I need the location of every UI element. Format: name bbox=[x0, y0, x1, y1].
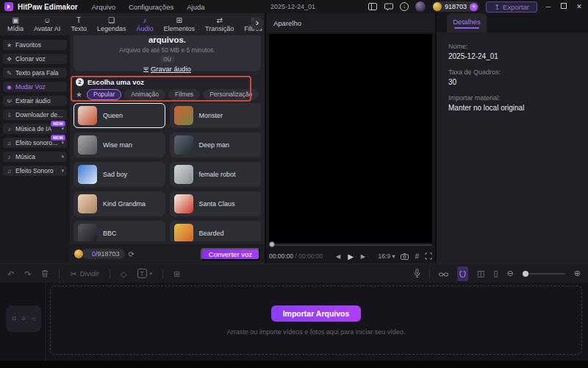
tab-elementos[interactable]: ⊞Elementos bbox=[159, 13, 199, 35]
category-tab-popular[interactable]: Popular bbox=[87, 89, 121, 100]
next-frame-icon[interactable]: ▶ bbox=[361, 253, 365, 260]
refresh-icon[interactable]: ⟳ bbox=[129, 250, 135, 258]
minimize-button[interactable]: ─ bbox=[544, 3, 553, 10]
voice-card-kind-grandma[interactable]: Kind Grandma bbox=[74, 191, 165, 216]
sidebar-item-mudar-voz[interactable]: ◉Mudar Voz bbox=[3, 82, 67, 92]
eye-icon[interactable]: ⊙ bbox=[21, 316, 26, 322]
sidebar-item-extrair-audio[interactable]: ΨExtrair áudio bbox=[3, 96, 67, 106]
user-avatar[interactable] bbox=[415, 1, 426, 12]
export-button[interactable]: ↥ Exportar bbox=[486, 1, 537, 13]
voice-card-monster[interactable]: Monster bbox=[170, 103, 262, 128]
zoom-slider-handle[interactable] bbox=[523, 271, 528, 277]
snapshot-icon[interactable] bbox=[401, 253, 409, 260]
timeline-dropzone[interactable]: Importar Arquivos Arraste ou importe víd… bbox=[50, 286, 582, 355]
sidebar-item-clonar-voz[interactable]: ❖Clonar voz bbox=[3, 54, 67, 64]
convert-voice-button[interactable]: Converter voz bbox=[201, 248, 260, 261]
coin-icon bbox=[74, 250, 83, 258]
maximize-button[interactable] bbox=[559, 3, 568, 10]
voice-grid: Queen Monster Wise man Deep man Sad boy … bbox=[74, 103, 261, 241]
video-viewport[interactable] bbox=[269, 34, 432, 243]
clone-voice-icon: ❖ bbox=[6, 56, 12, 63]
microphone-icon: Ψ bbox=[6, 98, 12, 105]
text-tool-button[interactable]: T ▾ bbox=[137, 269, 153, 278]
zoom-in-icon[interactable]: ⊕ bbox=[574, 269, 581, 278]
voiceover-microphone-icon[interactable] bbox=[414, 267, 420, 280]
voice-avatar bbox=[174, 224, 193, 241]
field-value-importar: Manter no local original bbox=[448, 104, 576, 112]
category-tab-animacao[interactable]: Animação bbox=[124, 89, 165, 100]
tab-texto[interactable]: TTexto bbox=[66, 13, 91, 35]
mask-icon[interactable]: ◇ bbox=[121, 269, 126, 278]
menu-arquivo[interactable]: Arquivo bbox=[85, 3, 122, 11]
document-title: 2025-12-24_01 bbox=[270, 3, 315, 10]
voice-card-female-robot[interactable]: female robot bbox=[170, 162, 262, 187]
seek-handle[interactable] bbox=[269, 241, 275, 247]
transition-icon: ⇄ bbox=[216, 16, 222, 24]
voice-card-wise-man[interactable]: Wise man bbox=[74, 132, 165, 158]
split-button[interactable]: ✂ Dividir bbox=[70, 269, 99, 278]
field-value-nome: 2025-12-24_01 bbox=[448, 52, 576, 60]
upload-dropzone[interactable]: arquivos. Arquivo de até 50 MB e 5 minut… bbox=[74, 35, 261, 71]
new-badge: NEW bbox=[51, 121, 65, 127]
category-tab-filmes[interactable]: Filmes bbox=[168, 89, 200, 100]
category-tab-personalizacao[interactable]: Personalização bbox=[203, 89, 259, 100]
favorites-star-icon[interactable]: ★ bbox=[76, 91, 82, 99]
range-select-icon[interactable]: ▯ bbox=[494, 269, 498, 278]
fullscreen-icon[interactable] bbox=[425, 252, 432, 260]
tab-midia[interactable]: ▣Mídia bbox=[3, 13, 28, 35]
voice-credits-bar: 0/918703 ⟳ Converter voz bbox=[70, 244, 265, 263]
sidebar-item-favoritos[interactable]: ★Favoritos bbox=[3, 40, 67, 50]
ribbon-more-button[interactable]: › bbox=[251, 17, 264, 30]
tab-transicao[interactable]: ⇄Transição bbox=[201, 13, 238, 35]
zoom-out-icon[interactable]: ⊖ bbox=[507, 269, 514, 278]
snap-icon[interactable] bbox=[457, 266, 468, 281]
tab-avatar-ai[interactable]: ☺Avatar AI bbox=[29, 13, 65, 35]
add-frame-icon[interactable]: ⊞ bbox=[173, 269, 180, 278]
voice-card-sad-boy[interactable]: Sad boy bbox=[74, 162, 165, 187]
step-title: Escolha uma voz bbox=[87, 78, 144, 86]
download-icon[interactable]: ↓ bbox=[400, 2, 409, 11]
safe-area-grid-icon[interactable]: # bbox=[415, 252, 419, 261]
lock-icon[interactable]: ⊡ bbox=[12, 316, 16, 322]
sidebar-item-efeito-sonoro-ia[interactable]: ♫Efeito sonoro...▾NEW bbox=[3, 138, 67, 148]
previous-frame-icon[interactable]: ◀ bbox=[336, 253, 340, 260]
aspect-ratio-dropdown[interactable]: 16:9 ▾ bbox=[379, 252, 395, 260]
timeline-zoom-slider[interactable] bbox=[523, 273, 565, 275]
ripple-edit-icon[interactable]: ◫ bbox=[477, 269, 484, 278]
preview-panel: Aparelho 00:00:00 / 00:00:00 ◀ ▶ ▶ 16:9 … bbox=[266, 13, 435, 263]
add-credits-icon[interactable]: + bbox=[470, 3, 478, 11]
link-clips-icon[interactable] bbox=[439, 267, 448, 280]
sidebar-item-efeito-sonoro[interactable]: ♫Efeito Sonoro▾ bbox=[3, 166, 67, 176]
tab-legendas[interactable]: ❏Legendas bbox=[93, 13, 131, 35]
sidebar-item-downloader[interactable]: ⇩Downloader de... bbox=[3, 110, 67, 120]
seek-bar[interactable] bbox=[269, 244, 432, 246]
credits-badge[interactable]: 918703 + bbox=[432, 1, 479, 12]
voice-card-bearded[interactable]: Bearded bbox=[170, 221, 262, 241]
sidebar-item-texto-para-fala[interactable]: ✎Texto para Fala bbox=[3, 68, 67, 78]
record-audio-link[interactable]: Ψ Gravar áudio bbox=[143, 65, 191, 73]
sidebar-item-musica-de-ia[interactable]: ♪Música de IA▾NEW bbox=[3, 124, 67, 134]
import-files-button[interactable]: Importar Arquivos bbox=[271, 305, 361, 322]
menu-configuracoes[interactable]: Configurações bbox=[122, 3, 180, 11]
text-icon: T bbox=[76, 16, 81, 24]
elements-icon: ⊞ bbox=[176, 16, 182, 24]
voice-card-queen[interactable]: Queen bbox=[74, 103, 165, 128]
redo-icon[interactable]: ↷ bbox=[24, 269, 31, 278]
layout-panels-icon[interactable] bbox=[368, 2, 377, 12]
voice-card-bbc[interactable]: BBC bbox=[74, 221, 165, 241]
tab-detalhes[interactable]: Detalhes bbox=[447, 13, 487, 32]
voice-card-deep-man[interactable]: Deep man bbox=[170, 132, 262, 158]
undo-icon[interactable]: ↶ bbox=[7, 269, 14, 278]
tab-audio[interactable]: ♪Áudio bbox=[132, 13, 157, 35]
voice-category-tabs: ★ Popular Animação Filmes Personalização bbox=[76, 89, 259, 100]
field-value-taxa: 30 bbox=[448, 78, 576, 86]
delete-icon[interactable] bbox=[41, 269, 49, 277]
change-voice-icon: ◉ bbox=[6, 84, 12, 91]
feedback-icon[interactable] bbox=[384, 2, 393, 12]
sidebar-item-musica[interactable]: ♪Música▾ bbox=[3, 152, 67, 162]
play-icon[interactable]: ▶ bbox=[348, 252, 354, 261]
close-button[interactable]: ✕ bbox=[575, 3, 584, 10]
voice-card-santa-claus[interactable]: Santa Claus bbox=[170, 191, 262, 216]
speaker-icon[interactable]: ◁ bbox=[31, 316, 35, 322]
menu-ajuda[interactable]: Ajuda bbox=[180, 3, 211, 11]
